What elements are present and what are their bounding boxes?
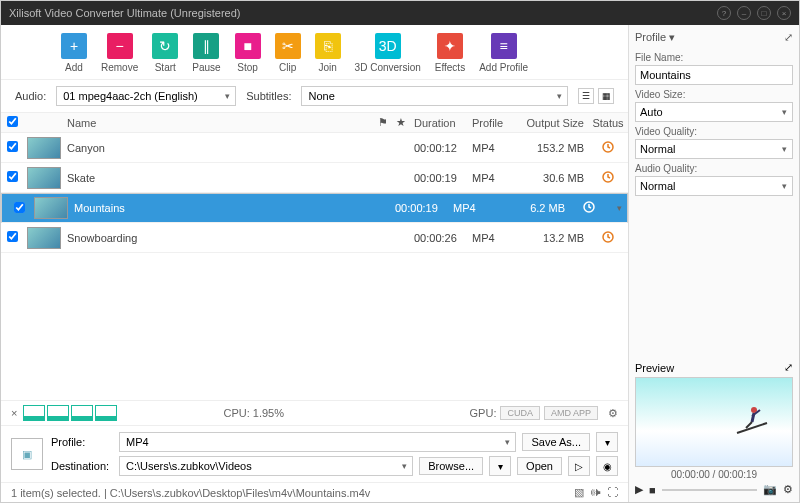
clock-icon	[588, 171, 628, 185]
join-button[interactable]: ⎘Join	[315, 33, 341, 73]
duration: 00:00:26	[410, 232, 468, 244]
filename-input[interactable]	[635, 65, 793, 85]
profile-cell: MP4	[468, 142, 518, 154]
checkall[interactable]	[7, 116, 18, 127]
audio-select[interactable]: 01 mpeg4aac-2ch (English)	[56, 86, 236, 106]
profile-cell: MP4	[468, 232, 518, 244]
videoq-label: Video Quality:	[635, 126, 793, 137]
convert-button[interactable]: ▷	[568, 456, 590, 476]
save-as-button[interactable]: Save As...	[522, 433, 590, 451]
preview-time: 00:00:00 / 00:00:19	[635, 469, 793, 480]
dest-select[interactable]: C:\Users\s.zubkov\Videos	[119, 456, 413, 476]
videosize-label: Video Size:	[635, 89, 793, 100]
tool1-icon[interactable]: ▧	[574, 486, 584, 499]
profile-cell: MP4	[449, 202, 499, 214]
burn-button[interactable]: ◉	[596, 456, 618, 476]
btn-close[interactable]: ×	[777, 6, 791, 20]
preview-canvas[interactable]	[635, 377, 793, 467]
file-name: Mountains	[70, 202, 355, 214]
toolbar-label: Add Profile	[479, 62, 528, 73]
expand-icon[interactable]: ⤢	[784, 31, 793, 44]
output-size: 153.2 MB	[518, 142, 588, 154]
btn-help[interactable]: ?	[717, 6, 731, 20]
stop-button[interactable]: ■Stop	[235, 33, 261, 73]
effects-icon: ✦	[437, 33, 463, 59]
pause-button[interactable]: ∥Pause	[192, 33, 220, 73]
view-grid-icon[interactable]: ▦	[598, 88, 614, 104]
column-header: Name ⚑ ★ Duration Profile Output Size St…	[1, 113, 628, 133]
btn-max[interactable]: □	[757, 6, 771, 20]
gear-icon[interactable]: ⚙	[783, 483, 793, 496]
videosize-select[interactable]: Auto	[635, 102, 793, 122]
clock-icon	[588, 141, 628, 155]
saveas-menu[interactable]: ▾	[596, 432, 618, 452]
table-row[interactable]: Skate00:00:19MP430.6 MB	[1, 163, 628, 193]
toolbar-label: Add	[65, 62, 83, 73]
output-size: 6.2 MB	[499, 202, 569, 214]
add-button[interactable]: +Add	[61, 33, 87, 73]
audioq-select[interactable]: Normal	[635, 176, 793, 196]
toolbar-label: Effects	[435, 62, 465, 73]
addprofile-button[interactable]: ≡Add Profile	[479, 33, 528, 73]
file-name: Canyon	[63, 142, 374, 154]
toolbar-label: Start	[155, 62, 176, 73]
clock-icon	[569, 201, 609, 215]
filename-label: File Name:	[635, 52, 793, 63]
app-title: Xilisoft Video Converter Ultimate (Unreg…	[9, 7, 241, 19]
profile-cell: MP4	[468, 172, 518, 184]
browse-button[interactable]: Browse...	[419, 457, 483, 475]
view-list-icon[interactable]: ☰	[578, 88, 594, 104]
dest-label: Destination:	[51, 460, 113, 472]
start-button[interactable]: ↻Start	[152, 33, 178, 73]
gpu-amd-button[interactable]: AMD APP	[544, 406, 598, 420]
filetype-icon: ▣	[11, 438, 43, 470]
duration: 00:00:19	[410, 172, 468, 184]
3d-button[interactable]: 3D3D Conversion	[355, 33, 421, 73]
row-checkbox[interactable]	[14, 202, 25, 213]
svg-line-8	[746, 422, 752, 428]
output-size: 30.6 MB	[518, 172, 588, 184]
toolbar-label: Pause	[192, 62, 220, 73]
clip-icon: ✂	[275, 33, 301, 59]
table-row[interactable]: Snowboarding00:00:26MP413.2 MB	[1, 223, 628, 253]
preview-expand-icon[interactable]: ⤢	[784, 361, 793, 374]
addprofile-icon: ≡	[491, 33, 517, 59]
effects-button[interactable]: ✦Effects	[435, 33, 465, 73]
table-row[interactable]: Mountains00:00:19MP46.2 MB	[1, 193, 628, 223]
remove-button[interactable]: −Remove	[101, 33, 138, 73]
row-checkbox[interactable]	[7, 141, 18, 152]
pause-icon: ∥	[193, 33, 219, 59]
toolbar-label: Join	[318, 62, 336, 73]
profile-header: Profile ▾	[635, 31, 675, 44]
browse-menu[interactable]: ▾	[489, 456, 511, 476]
thumbnail	[27, 137, 61, 159]
open-button[interactable]: Open	[517, 457, 562, 475]
toolbar-label: Clip	[279, 62, 296, 73]
snapshot-icon[interactable]: 📷	[763, 483, 777, 496]
profile-label: Profile:	[51, 436, 113, 448]
videoq-select[interactable]: Normal	[635, 139, 793, 159]
stop-icon[interactable]: ■	[649, 484, 656, 496]
tool3-icon[interactable]: ⛶	[607, 486, 618, 499]
table-row[interactable]: Canyon00:00:12MP4153.2 MB	[1, 133, 628, 163]
row-checkbox[interactable]	[7, 231, 18, 242]
stop-icon: ■	[235, 33, 261, 59]
file-list: Canyon00:00:12MP4153.2 MBSkate00:00:19MP…	[1, 133, 628, 400]
subtitles-select[interactable]: None	[301, 86, 568, 106]
gear-icon[interactable]: ⚙	[608, 407, 618, 420]
thumbnail	[27, 167, 61, 189]
clip-button[interactable]: ✂Clip	[275, 33, 301, 73]
cpu-core	[71, 405, 93, 421]
gpu-label: GPU:	[470, 407, 497, 419]
seek-bar[interactable]	[662, 489, 757, 491]
profile-select[interactable]: MP4	[119, 432, 516, 452]
play-icon[interactable]: ▶	[635, 483, 643, 496]
row-checkbox[interactable]	[7, 171, 18, 182]
tool2-icon[interactable]: 🕪	[590, 486, 601, 499]
close-rows-icon[interactable]: ×	[11, 407, 17, 419]
gpu-cuda-button[interactable]: CUDA	[500, 406, 540, 420]
duration: 00:00:12	[410, 142, 468, 154]
cpu-core	[47, 405, 69, 421]
subtitles-label: Subtitles:	[246, 90, 291, 102]
btn-min[interactable]: –	[737, 6, 751, 20]
